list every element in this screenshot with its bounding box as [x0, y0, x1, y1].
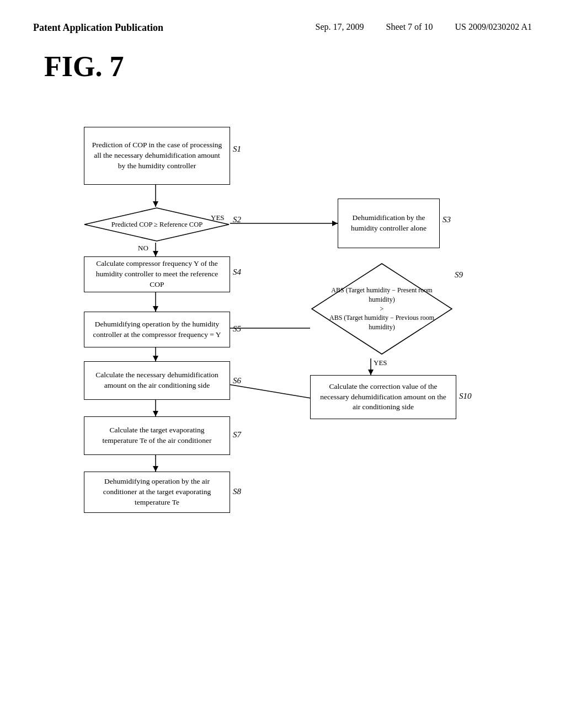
header-sheet: Sheet 7 of 10 — [386, 22, 433, 32]
s2-yes-label: YES — [211, 213, 225, 222]
step-s4-box: Calculate compressor frequency Y of the … — [84, 256, 230, 292]
step-s6-box: Calculate the necessary dehumidification… — [84, 361, 230, 400]
svg-marker-1 — [153, 201, 158, 207]
header-patent: US 2009/0230202 A1 — [455, 22, 532, 32]
step-s8-box: Dehumidifying operation by the air condi… — [84, 472, 230, 513]
step-s1-label: S1 — [233, 144, 241, 154]
step-s6-text: Calculate the necessary dehumidification… — [91, 370, 223, 391]
step-s5-label: S5 — [233, 324, 241, 334]
step-s7-text: Calculate the target evaporating tempera… — [91, 425, 223, 446]
step-s4-text: Calculate compressor frequency Y of the … — [91, 259, 223, 290]
step-s2-diamond: Predicted COP ≥ Reference COP — [84, 207, 230, 243]
step-s8-label: S8 — [233, 487, 241, 496]
svg-marker-11 — [153, 411, 158, 416]
svg-marker-18 — [368, 370, 374, 375]
step-s10-text: Calculate the correction value of the ne… — [317, 382, 449, 413]
publication-title: Patent Application Publication — [33, 22, 163, 34]
header-date: Sep. 17, 2009 — [316, 22, 364, 32]
svg-marker-9 — [153, 356, 158, 361]
step-s4-label: S4 — [233, 267, 241, 277]
step-s8-text: Dehumidifying operation by the air condi… — [91, 477, 223, 508]
svg-marker-5 — [332, 221, 338, 226]
step-s9-label: S9 — [455, 270, 463, 280]
svg-marker-3 — [153, 251, 158, 256]
step-s1-box: Prediction of COP in the case of process… — [84, 127, 230, 185]
step-s10-label: S10 — [459, 392, 472, 401]
step-s1-text: Prediction of COP in the case of process… — [91, 140, 223, 172]
step-s6-label: S6 — [233, 376, 241, 386]
step-s9-diamond: ABS (Target humidity − Present room humi… — [310, 262, 454, 356]
flowchart: Prediction of COP in the case of process… — [45, 105, 520, 684]
step-s3-box: Dehumidification by the humidity control… — [338, 199, 440, 248]
header: Patent Application Publication Sep. 17, … — [33, 22, 532, 34]
step-s2-label: S2 — [233, 215, 241, 224]
step-s5-text: Dehumidifying operation by the humidity … — [91, 319, 223, 340]
header-right: Sep. 17, 2009 Sheet 7 of 10 US 2009/0230… — [316, 22, 532, 32]
step-s10-box: Calculate the correction value of the ne… — [310, 375, 456, 419]
step-s5-box: Dehumidifying operation by the humidity … — [84, 312, 230, 347]
svg-marker-7 — [153, 306, 158, 312]
s9-yes-label: YES — [374, 358, 387, 367]
step-s7-box: Calculate the target evaporating tempera… — [84, 416, 230, 455]
step-s2-text: Predicted COP ≥ Reference COP — [106, 220, 208, 230]
step-s3-text: Dehumidification by the humidity control… — [345, 213, 433, 234]
fig-title: FIG. 7 — [44, 50, 532, 83]
s2-no-label: NO — [138, 244, 148, 253]
step-s9-text: ABS (Target humidity − Present room humi… — [310, 286, 454, 332]
step-s7-label: S7 — [233, 430, 241, 440]
step-s3-label: S3 — [443, 215, 451, 224]
svg-marker-13 — [153, 466, 158, 472]
page: Patent Application Publication Sep. 17, … — [0, 0, 565, 728]
